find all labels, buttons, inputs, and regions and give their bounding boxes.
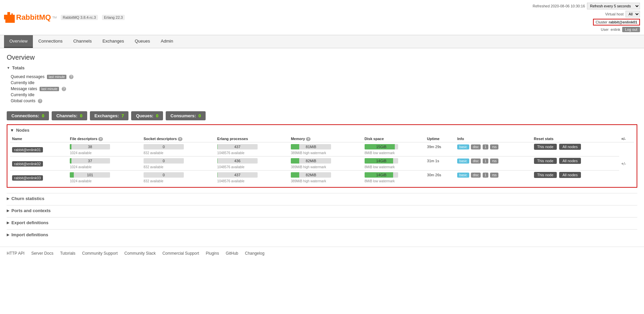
table-row: rabbit@enlink03101043782MiB14GiB30m 26s … xyxy=(10,171,634,179)
svg-rect-4 xyxy=(5,13,7,15)
consumers-count: 0 xyxy=(199,113,201,118)
totals-arrow: ▼ xyxy=(7,66,10,70)
file-desc-cell: 37 xyxy=(68,156,142,165)
logo-tm: TM xyxy=(52,16,57,19)
uptime-cell: 31m 1s xyxy=(425,156,455,165)
footer-commercial-support[interactable]: Commercial Support xyxy=(162,251,199,256)
sub-cell xyxy=(425,150,455,156)
queues-button[interactable]: Queues: 0 xyxy=(131,111,163,120)
churn-caret: ▶ xyxy=(7,197,9,200)
logout-button[interactable]: Log out xyxy=(622,27,640,32)
svg-rect-2 xyxy=(9,15,15,19)
ports-caret: ▶ xyxy=(7,209,9,212)
nav-admin[interactable]: Admin xyxy=(155,35,178,48)
user-label: User xyxy=(601,27,608,32)
nodes-table: Name File descriptors ? Socket descripto… xyxy=(10,135,634,184)
col-plus-minus[interactable]: +/- xyxy=(619,135,634,142)
footer-tutorials[interactable]: Tutorials xyxy=(60,251,75,256)
all-nodes-button[interactable]: All nodes xyxy=(559,172,581,178)
refresh-select[interactable]: Refresh every 5 seconds Refresh every 10… xyxy=(587,3,640,9)
queued-messages-row: Queued messages last minute ? xyxy=(11,74,633,79)
tag-rss[interactable]: rss xyxy=(490,144,498,149)
export-definitions-header[interactable]: ▶ Export definitions xyxy=(7,220,637,225)
uptime-cell: 30m 26s xyxy=(425,171,455,179)
queues-count: 0 xyxy=(156,113,158,118)
disk-space-cell: 15GiB xyxy=(363,142,425,151)
ports-contexts-header[interactable]: ▶ Ports and contexts xyxy=(7,208,637,213)
tag-rss[interactable]: rss xyxy=(490,173,498,178)
nodes-tbody: rabbit@enlink0138043781MiB15GiB39m 29s b… xyxy=(10,142,634,185)
this-node-button[interactable]: This node xyxy=(534,144,557,150)
logo-text: RabbitMQ xyxy=(16,13,51,22)
sub-cell: 389MiB high watermark xyxy=(289,179,363,184)
queued-messages-help[interactable]: ? xyxy=(69,75,74,79)
message-rates-badge: last minute xyxy=(40,87,59,91)
footer-github[interactable]: GitHub xyxy=(226,251,238,256)
exchanges-button[interactable]: Exchanges: 7 xyxy=(90,111,129,120)
nav-queues[interactable]: Queues xyxy=(129,35,156,48)
footer-community-support[interactable]: Community Support xyxy=(82,251,118,256)
footer-plugins[interactable]: Plugins xyxy=(206,251,219,256)
col-uptime: Uptime xyxy=(425,135,455,142)
all-nodes-button[interactable]: All nodes xyxy=(559,158,581,164)
consumers-button[interactable]: Consumers: 0 xyxy=(166,111,206,120)
socket-desc-cell: 0 xyxy=(142,156,215,165)
totals-inner: Queued messages last minute ? Currently … xyxy=(7,72,637,106)
import-label: Import definitions xyxy=(11,232,48,237)
tag-basic[interactable]: basic xyxy=(457,144,469,149)
vhost-select[interactable]: All xyxy=(626,11,640,17)
table-row: rabbit@enlink0138043781MiB15GiB39m 29s b… xyxy=(10,142,634,151)
footer-changelog[interactable]: Changelog xyxy=(245,251,264,256)
tag-disc[interactable]: disc xyxy=(471,159,481,164)
nodes-header: ▼ Nodes xyxy=(10,128,634,133)
import-definitions-header[interactable]: ▶ Import definitions xyxy=(7,232,637,237)
socket-desc-cell: 0 xyxy=(142,171,215,179)
cluster-row: Cluster rabbit@enlink01 xyxy=(593,19,640,25)
this-node-button[interactable]: This node xyxy=(534,158,557,164)
nav-exchanges[interactable]: Exchanges xyxy=(97,35,129,48)
connections-button[interactable]: Connections: 0 xyxy=(7,111,49,120)
totals-section: ▼ Totals Queued messages last minute ? C… xyxy=(7,65,637,106)
sub-cell xyxy=(455,179,532,184)
nav-channels[interactable]: Channels xyxy=(68,35,97,48)
file-desc-cell: 101 xyxy=(68,171,142,179)
table-row: rabbit@enlink0237043682MiB14GiB31m 1s ba… xyxy=(10,156,634,165)
tag-basic[interactable]: basic xyxy=(457,173,469,178)
info-cell: basic disc 1 rss xyxy=(455,171,532,179)
tag-num[interactable]: 1 xyxy=(483,173,489,178)
node-name-badge: rabbit@enlink01 xyxy=(12,147,43,152)
tag-num[interactable]: 1 xyxy=(483,144,489,149)
footer-http-api[interactable]: HTTP API xyxy=(7,251,24,256)
tag-disc[interactable]: disc xyxy=(471,144,481,149)
ports-label: Ports and contexts xyxy=(11,208,51,213)
this-node-button[interactable]: This node xyxy=(534,172,557,178)
tag-rss[interactable]: rss xyxy=(490,159,498,164)
sub-cell: 1024 available xyxy=(68,165,142,171)
user-name: enlink xyxy=(611,27,621,32)
channels-button[interactable]: Channels: 0 xyxy=(52,111,87,120)
tag-num[interactable]: 1 xyxy=(483,159,489,164)
sub-cell: 8MiB low watermark xyxy=(363,179,425,184)
footer-server-docs[interactable]: Server Docs xyxy=(31,251,53,256)
message-rates-help[interactable]: ? xyxy=(62,87,66,91)
col-name: Name xyxy=(10,135,68,142)
churn-statistics-header[interactable]: ▶ Churn statistics xyxy=(7,196,637,201)
rabbitmq-logo-icon xyxy=(4,12,15,23)
totals-header[interactable]: ▼ Totals xyxy=(7,65,637,70)
footer-community-slack[interactable]: Community Slack xyxy=(124,251,156,256)
socket-desc-cell: 0 xyxy=(142,142,215,151)
nav-connections[interactable]: Connections xyxy=(33,35,68,48)
exchanges-count: 7 xyxy=(121,113,124,118)
plus-minus-cell[interactable]: +/- xyxy=(619,142,634,185)
sub-cell: 1024 available xyxy=(68,179,142,184)
global-counts-row: Global counts ? xyxy=(11,99,633,103)
col-erlang-proc: Erlang processes xyxy=(215,135,289,142)
nav-overview[interactable]: Overview xyxy=(4,35,33,48)
all-nodes-button[interactable]: All nodes xyxy=(559,144,581,150)
tag-disc[interactable]: disc xyxy=(471,173,481,178)
uptime-cell: 39m 29s xyxy=(425,142,455,151)
currently-idle-1-row: Currently idle xyxy=(11,80,633,85)
sub-cell xyxy=(455,165,532,171)
global-counts-help[interactable]: ? xyxy=(38,99,43,103)
tag-basic[interactable]: basic xyxy=(457,159,469,164)
